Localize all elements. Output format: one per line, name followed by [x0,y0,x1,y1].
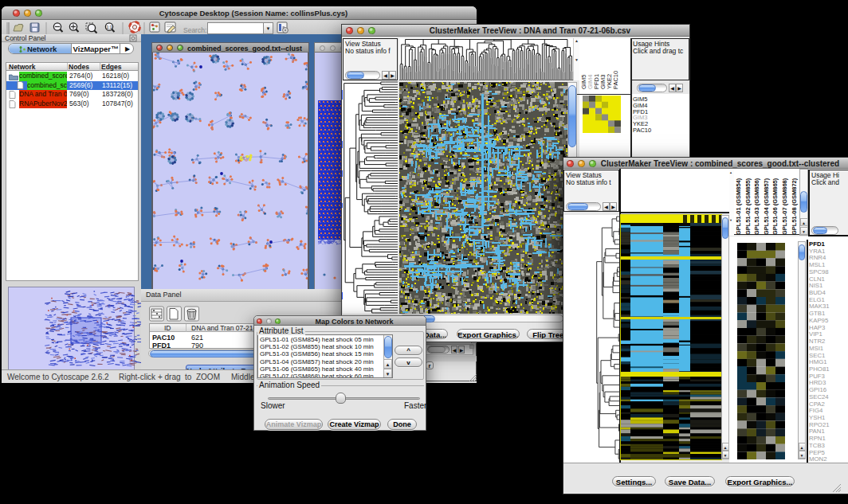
svg-text:1:1: 1:1 [107,25,112,29]
